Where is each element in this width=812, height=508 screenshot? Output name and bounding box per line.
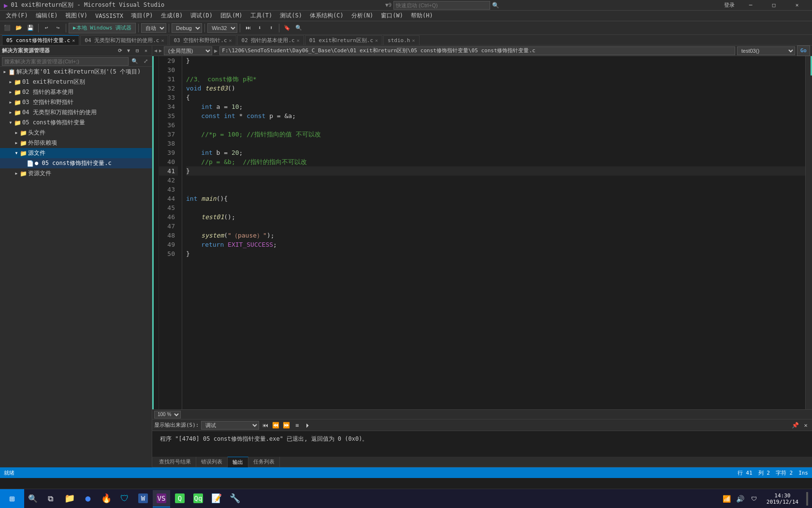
close-button[interactable]: ✕	[786, 0, 808, 11]
output-btn3[interactable]: ⏩	[282, 421, 291, 430]
tab-03null-close[interactable]: ✕	[229, 38, 232, 43]
menu-window[interactable]: 窗口(W)	[377, 11, 407, 21]
output-close-btn[interactable]: ✕	[801, 421, 810, 430]
menu-team[interactable]: 团队(M)	[217, 11, 246, 21]
tab-05const-close[interactable]: ✕	[72, 38, 75, 43]
toolbar-platform-combo[interactable]: Win32	[207, 23, 237, 33]
tab-task-list[interactable]: 任务列表	[248, 457, 280, 467]
code-line-40: //p = &b; //指针的指向不可以改	[186, 157, 805, 166]
menu-project[interactable]: 项目(P)	[127, 11, 157, 21]
toolbar-bookmark[interactable]: 🔖	[282, 23, 292, 33]
toolbar-redo[interactable]: ↪	[53, 23, 63, 33]
tree-headers[interactable]: ▶ 📁 头文件	[0, 128, 152, 138]
file05c-label: ● 05 const修饰指针变量.c	[35, 159, 112, 167]
menu-vassistx[interactable]: VASSISTX	[91, 11, 127, 21]
tree-solution[interactable]: ▶ 📋 解决方案'01 exit和return区别'(5 个项目)	[0, 67, 152, 77]
function-selector[interactable]: test03()	[737, 46, 795, 55]
toolbar-new[interactable]: ⬛	[2, 23, 13, 33]
tab-01exit[interactable]: 01 exit和return区别.c ✕	[305, 35, 382, 45]
output-pin-btn[interactable]: 📌	[791, 421, 799, 430]
output-btn5[interactable]: ⏵	[304, 421, 312, 430]
output-btn4[interactable]: ≡	[293, 421, 302, 430]
code-line-33: {	[186, 93, 805, 102]
addr-arrow-fwd[interactable]: ▶	[159, 48, 162, 53]
tree-project-05[interactable]: ▼ 📁 05 const修饰指针变量	[0, 118, 152, 128]
search-btn[interactable]: 🔍	[130, 57, 139, 66]
tab-04void[interactable]: 04 无类型和万能指针的使用.c ✕	[80, 35, 168, 45]
tree-sources[interactable]: ▼ 📁 源文件	[0, 148, 152, 158]
toolbar-find[interactable]: 🔍	[293, 23, 304, 33]
tab-02ptr-close[interactable]: ✕	[297, 38, 300, 43]
tree-externaldeps[interactable]: ▶ 📁 外部依赖项	[0, 138, 152, 148]
tree-project-04[interactable]: ▶ 📁 04 无类型和万能指针的使用	[0, 107, 152, 118]
output-source-combo[interactable]: 调试	[201, 421, 259, 430]
sidebar-header-buttons: ⟳ ▼ ⊟ ✕	[116, 47, 150, 55]
tab-03null-label: 03 空指针和野指针.c	[174, 37, 227, 44]
tab-02ptr[interactable]: 02 指针的基本使用.c ✕	[237, 35, 304, 45]
line-numbers: 29 30 31 32 33 34 35 36 37 38 39 40 41 4…	[159, 56, 182, 409]
code-content[interactable]: } //3、 const修饰 p和* void test03() { int a…	[182, 56, 805, 409]
menu-debug[interactable]: 调试(D)	[187, 11, 217, 21]
code-line-49: return EXIT_SUCCESS;	[186, 240, 805, 249]
tree-project-03[interactable]: ▶ 📁 03 空指针和野指针	[0, 97, 152, 107]
tab-04void-close[interactable]: ✕	[161, 38, 164, 43]
tree-project-02[interactable]: ▶ 📁 02 指针的基本使用	[0, 87, 152, 97]
linenum-44: 44	[159, 194, 178, 203]
zoom-selector[interactable]: 100 %	[154, 411, 181, 418]
menu-build[interactable]: 生成(B)	[157, 11, 187, 21]
scope-selector[interactable]: (全局范围)	[164, 46, 212, 55]
tab-03null[interactable]: 03 空指针和野指针.c ✕	[169, 35, 236, 45]
lightning-icon: ▼9	[385, 2, 392, 8]
sidebar-filter-btn[interactable]: ▼	[125, 47, 132, 55]
run-label: 本地 Windows 调试器	[76, 24, 132, 31]
toolbar-step-over[interactable]: ⏭	[243, 23, 253, 33]
tab-01exit-close[interactable]: ✕	[375, 38, 378, 43]
toolbar-open[interactable]: 📂	[14, 23, 24, 33]
menu-tools[interactable]: 工具(T)	[246, 11, 276, 21]
right-scrollbar[interactable]	[805, 56, 812, 409]
sidebar-sync-btn[interactable]: ⟳	[116, 47, 124, 55]
output-btn2[interactable]: ⏪	[272, 421, 280, 430]
sidebar-close-btn[interactable]: ✕	[142, 47, 150, 55]
toolbar-step-into[interactable]: ⬇	[254, 23, 265, 33]
proj02-icon: 📁	[14, 89, 21, 96]
proj05-icon: 📁	[14, 120, 21, 126]
menu-edit[interactable]: 编辑(E)	[32, 11, 62, 21]
go-button[interactable]: Go	[797, 45, 810, 56]
maximize-button[interactable]: □	[763, 0, 785, 11]
tree-project-01[interactable]: ▶ 📁 01 exit和return区别	[0, 77, 152, 87]
sidebar-expand-btn[interactable]: ⤢	[141, 57, 150, 66]
tab-find-results[interactable]: 查找符号结果	[154, 457, 196, 467]
menu-test[interactable]: 测试(S)	[276, 11, 306, 21]
toolbar-run[interactable]: ▶ 本地 Windows 调试器	[69, 23, 136, 33]
sidebar-search-input[interactable]	[2, 57, 129, 66]
tab-05const[interactable]: 05 const修饰指针变量.c ✕	[2, 35, 79, 45]
sidebar-props-btn[interactable]: ⊟	[133, 47, 141, 55]
toolbar-sep5	[204, 24, 205, 32]
addr-arrow-back[interactable]: ◀	[154, 48, 157, 53]
toolbar-undo[interactable]: ↩	[41, 23, 52, 33]
quick-search-input[interactable]	[393, 1, 490, 10]
proj03-label: 03 空指针和野指针	[22, 98, 73, 106]
menu-analyze[interactable]: 分析(N)	[348, 11, 377, 21]
toolbar-save-all[interactable]: 💾	[25, 23, 36, 33]
menu-architecture[interactable]: 体系结构(C)	[306, 11, 348, 21]
code-line-37: //*p = 100; //指针指向的值 不可以改	[186, 130, 805, 139]
menu-view[interactable]: 视图(V)	[61, 11, 91, 21]
menu-help[interactable]: 帮助(H)	[407, 11, 437, 21]
tab-stdio[interactable]: stdio.h ✕	[383, 35, 419, 45]
status-text: 就绪	[4, 469, 14, 477]
tab-02ptr-label: 02 指针的基本使用.c	[242, 37, 295, 44]
toolbar-step-out[interactable]: ⬆	[266, 23, 276, 33]
tab-error-list[interactable]: 错误列表	[196, 457, 228, 467]
menu-file[interactable]: 文件(F)	[2, 11, 32, 21]
tree-file-05c[interactable]: ▶ 📄 ● 05 const修饰指针变量.c	[0, 158, 152, 168]
tree-resources[interactable]: ▶ 📁 资源文件	[0, 168, 152, 179]
tab-output[interactable]: 输出	[228, 457, 248, 467]
tab-stdio-close[interactable]: ✕	[412, 38, 415, 43]
toolbar-debug-combo[interactable]: Debug	[172, 23, 202, 33]
minimize-button[interactable]: ─	[740, 0, 762, 11]
login-button[interactable]: 登录	[720, 1, 739, 9]
toolbar-auto-combo[interactable]: 自动	[141, 23, 166, 33]
output-btn1[interactable]: ⏮	[261, 421, 270, 430]
